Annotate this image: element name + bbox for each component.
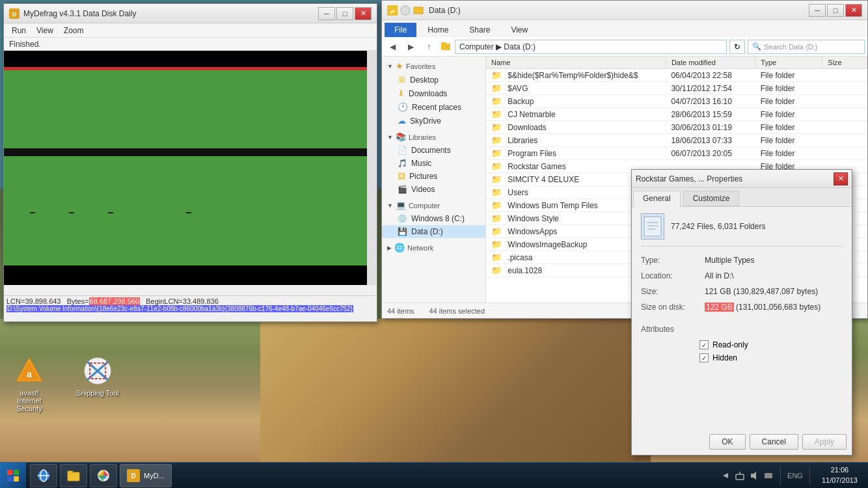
sidebar-item-videos[interactable]: 🎬 Videos [382,183,485,196]
desktop-icon-snipping[interactable]: Snipping Tool [72,351,124,401]
col-name[interactable]: Name [486,57,666,69]
taskbar-explorer[interactable] [60,464,87,487]
file-name: 📁 Program Files [486,147,666,160]
refresh-btn[interactable]: ↻ [729,40,745,54]
sidebar-item-recent[interactable]: 🕐 Recent places [382,100,485,114]
explorer-minimize[interactable]: ─ [809,4,826,17]
btn-apply[interactable]: Apply [802,434,847,450]
table-row[interactable]: 📁 Program Files 06/07/2013 20:05 File fo… [486,147,867,160]
toolbar-icon1: 📁 [387,5,398,16]
file-size [822,108,867,121]
sidebar-item-skydrive[interactable]: ☁ SkyDrive [382,114,485,128]
taskbar-ie[interactable] [30,464,57,487]
ribbon-tabs: File Home Share View [382,20,867,37]
mydefrag-minimize[interactable]: ─ [318,7,335,20]
sidebar-item-downloads[interactable]: ⬇ Downloads [382,87,485,100]
dialog-tab-customize[interactable]: Customize [683,191,740,206]
tab-share[interactable]: Share [459,23,500,37]
file-type: File folder [755,121,822,134]
folder-icon-cell: 📁 [491,174,502,184]
sidebar-item-desktop[interactable]: 🖥 Desktop [382,73,485,87]
sidebar-item-pictures[interactable]: 🖼 Pictures [382,170,485,183]
checkbox-readonly[interactable] [699,340,709,349]
menu-view[interactable]: View [31,25,59,36]
dot3 [108,212,113,213]
sidebar-item-documents[interactable]: 📄 Documents [382,144,485,157]
file-size [822,134,867,147]
explorer-maximize[interactable]: □ [827,4,844,17]
folder-icon-cell: 📁 [491,135,502,145]
tray-power-icon [763,470,774,481]
folder-icon-cell: 📁 [491,265,502,275]
file-type: File folder [755,147,822,160]
dialog-close[interactable]: ✕ [834,172,848,185]
tray-volume-icon[interactable] [749,470,759,481]
svg-text:D: D [12,11,17,18]
tab-home[interactable]: Home [418,23,458,37]
folder-icon-cell: 📁 [491,83,502,93]
folder-icon-cell: 📁 [491,122,502,132]
statusbar-line2: D:\System Volume Information\{18e6e23c-e… [7,305,374,312]
nav-up[interactable]: ↑ [421,40,437,54]
mydefrag-close[interactable]: ✕ [355,7,372,20]
libraries-header[interactable]: ▼ 📚 Libraries [382,130,485,144]
col-type[interactable]: Type [755,57,822,69]
table-row[interactable]: 📁 Backup 04/07/2013 16:10 File folder [486,95,867,108]
desktop-icon-avast[interactable]: a avast! Internet Security [3,351,55,416]
taskbar-chrome[interactable] [90,464,117,487]
dialog-tab-general[interactable]: General [633,191,681,207]
prop-row-attributes: Attributes [641,325,843,334]
btn-ok[interactable]: OK [709,434,745,450]
table-row[interactable]: 📁 Downloads 30/06/2013 01:19 File folder [486,121,867,134]
nav-forward[interactable]: ▶ [403,40,418,54]
taskbar-mydefrag[interactable]: D MyD... [120,464,172,487]
dialog-titlebar[interactable]: Rockstar Games, ... Properties ✕ [632,170,852,188]
address-path[interactable]: Computer ▶ Data (D:) [455,40,727,54]
defrag-scrollbar[interactable] [367,51,377,285]
tray-arrow-icon[interactable] [720,470,731,481]
start-button[interactable] [0,463,26,489]
col-date[interactable]: Date modified [666,57,755,69]
table-row[interactable]: 📁 CJ Netmarble 28/06/2013 15:59 File fol… [486,108,867,121]
menu-run[interactable]: Run [7,25,31,36]
mydefrag-titlebar[interactable]: D MyDefrag v4.3.1 Data Disk Daily ─ □ ✕ [4,4,377,23]
col-size[interactable]: Size [822,57,867,69]
computer-header[interactable]: ▼ 💻 Computer [382,198,485,212]
favorites-header[interactable]: ▼ ★ Favorites [382,59,485,73]
prop-value-type: Multiple Types [705,256,843,265]
sidebar-item-data-d[interactable]: 💾 Data (D:) [382,225,485,238]
recent-icon-sidebar: 🕐 [398,102,408,112]
table-row[interactable]: 📁 $AVG 30/11/2012 17:54 File folder [486,82,867,95]
btn-cancel[interactable]: Cancel [750,434,798,450]
snipping-svg [83,357,112,385]
folder-icon-cell: 📁 [491,213,502,223]
table-row[interactable]: 📁 $&hide($Rar%Temp%Folder$)hide&$ 06/04/… [486,69,867,82]
mydefrag-maximize[interactable]: □ [336,7,353,20]
mydefrag-window: D MyDefrag v4.3.1 Data Disk Daily ─ □ ✕ … [3,3,377,322]
explorer-close[interactable]: ✕ [845,4,862,17]
taskbar-items: D MyD... [26,463,715,489]
svg-rect-36 [765,473,772,478]
checkbox-hidden[interactable] [699,353,709,362]
favorites-chevron: ▼ [387,63,393,70]
table-row[interactable]: 📁 Libraries 18/06/2013 07:33 File folder [486,134,867,147]
tab-file[interactable]: File [385,23,416,37]
prop-value-size: 121 GB (130,829,487,087 bytes) [705,287,843,296]
tray-network-icon[interactable] [735,470,745,481]
nav-recent[interactable] [439,42,452,51]
search-box[interactable]: 🔍 Search Data (D:) [748,40,865,54]
taskbar: D MyD... ENG 21:06 11/07/2013 [0,462,868,488]
svg-rect-7 [441,42,446,44]
taskbar-clock[interactable]: 21:06 11/07/2013 [817,465,863,485]
sidebar-item-windows-c[interactable]: 💿 Windows 8 (C:) [382,212,485,225]
network-header[interactable]: ▶ 🌐 Network [382,241,485,254]
windowsc-icon-sidebar: 💿 [398,214,407,223]
menu-zoom[interactable]: Zoom [59,25,89,36]
svg-rect-22 [14,476,19,481]
tab-view[interactable]: View [501,23,537,37]
explorer-titlebar[interactable]: 📁 Data (D:) ─ □ ✕ [382,1,867,20]
sidebar-item-music[interactable]: 🎵 Music [382,157,485,170]
properties-dialog: Rockstar Games, ... Properties ✕ General… [631,169,852,455]
nav-back[interactable]: ◀ [385,40,400,54]
file-name: 📁 $&hide($Rar%Temp%Folder$)hide&$ [486,69,666,82]
